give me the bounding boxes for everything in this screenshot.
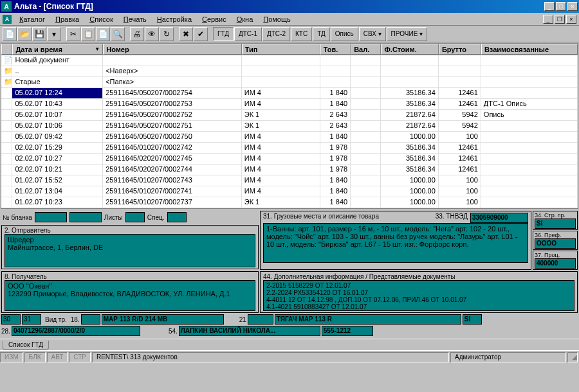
vid-label: Вид тр. [45, 316, 67, 323]
mdi-minimize-button[interactable]: _ [543, 15, 553, 24]
toolbtn-Опись[interactable]: Опись [331, 27, 358, 41]
addinfo-value[interactable]: 2-2015 5158229 ОТ 12.01.07 2.2-2024 РХ53… [263, 280, 574, 311]
field-30[interactable]: 30 [1, 314, 21, 325]
table-row[interactable]: 01.02.07 13:0425911645/010207/0002741ИМ … [1, 186, 578, 197]
pref-value[interactable]: ОООО [535, 238, 576, 249]
save-dropdown-icon[interactable]: ▾ [47, 27, 61, 41]
field-18-value[interactable]: МАР 113 R/D 214 МВ [102, 314, 224, 325]
table-row[interactable]: 02.02.07 15:2925911645/010207/0002742ИМ … [1, 143, 578, 154]
col-0[interactable] [1, 44, 12, 55]
field-28-value[interactable]: 04071296/2887/0000/2/0 [12, 326, 140, 336]
col-2[interactable]: Номер [103, 44, 241, 55]
new-icon[interactable]: 📄 [3, 27, 17, 41]
col-6[interactable]: Ф.Стоим. [381, 44, 438, 55]
spec-label: Спец. [147, 214, 165, 221]
status-ИЗМ: ИЗМ [0, 352, 23, 362]
data-grid[interactable]: Дата и время▼НомерТипТов.Вал.Ф.Стоим.Бру… [1, 43, 578, 209]
col-5[interactable]: Вал. [351, 44, 381, 55]
menu-печать[interactable]: Печать [118, 14, 152, 24]
copy-icon[interactable]: 📋 [81, 27, 95, 41]
tab-list[interactable]: Список ГТД [3, 341, 49, 350]
field-18a[interactable] [81, 314, 100, 325]
table-row[interactable]: 📁Старые<Папка> [1, 77, 578, 88]
table-row[interactable]: 01.02.07 10:2325911645/010207/0002737ЭК … [1, 197, 578, 208]
table-row[interactable]: 05.02.07 10:0725911645/050207/0002752ЭК … [1, 110, 578, 121]
field-54-phone[interactable]: 555-1212 [322, 326, 373, 336]
blank-label: № бланка [3, 214, 32, 221]
save-icon[interactable]: 💾 [32, 27, 46, 41]
mdi-restore-button[interactable]: ❐ [555, 15, 565, 24]
toolbtn-СВХ ▾[interactable]: СВХ ▾ [359, 27, 386, 41]
toolbtn-ПРОЧИЕ ▾[interactable]: ПРОЧИЕ ▾ [387, 27, 428, 41]
goods-value[interactable]: 1-Ванны: арт. 101, размер - 16 м, - 10 ш… [263, 223, 528, 263]
status-user: Администратор [450, 352, 566, 362]
toolbtn-ДТС-1[interactable]: ДТС-1 [234, 27, 262, 41]
menu-сервис[interactable]: Сервис [197, 14, 232, 24]
toolbtn-ГТД[interactable]: ГТД [213, 27, 234, 41]
toolbtn-ТД[interactable]: ТД [313, 27, 330, 41]
sheets-field[interactable] [125, 212, 145, 222]
recipient-box: 8. Получатель ООО "Океан" 123290 Приморь… [1, 271, 259, 313]
sender-label: 2. Отправитель [5, 227, 255, 234]
menu-помощь[interactable]: Помощь [258, 14, 296, 24]
preview-icon[interactable]: 👁 [145, 27, 159, 41]
table-row[interactable]: 📄Новый документ [1, 55, 578, 66]
mdi-icon[interactable]: А [3, 15, 12, 24]
status-СТР: СТР [69, 352, 91, 362]
blank-field-2[interactable] [69, 212, 102, 222]
field-21-value[interactable]: ТЯГАЧ МАР 113 R [275, 314, 461, 325]
tnved-value[interactable]: 3305909000 [470, 213, 528, 223]
sender-value[interactable]: Шредер Майнштрассе, 1, Берлин, DE [5, 234, 255, 267]
table-row[interactable]: 02.02.07 10:2125911645/020207/0002744ИМ … [1, 165, 578, 175]
menu-список[interactable]: Список [84, 14, 118, 24]
menu-окна[interactable]: Окна [232, 14, 259, 24]
recipient-value[interactable]: ООО "Океан" 123290 Приморье, Владивосток… [5, 280, 255, 311]
col-3[interactable]: Тип [242, 44, 320, 55]
table-row[interactable]: 01.02.07 15:5225911645/010207/0002743ИМ … [1, 175, 578, 186]
field-54-name[interactable]: ЛАПКИН ВАСИЛИЙ НИКОЛА... [179, 326, 320, 336]
col-8[interactable]: Взаимосвязанные [481, 44, 578, 55]
col-7[interactable]: Брутто [439, 44, 481, 55]
goods-label: 31. Грузовые места и описание товара [263, 213, 379, 223]
proc-value[interactable]: 400000 [535, 258, 576, 269]
menu-каталог[interactable]: Каталог [14, 14, 50, 24]
resize-grip[interactable]: ◢ [567, 352, 578, 362]
col-4[interactable]: Тов. [320, 44, 351, 55]
toolbtn-ДТС-2[interactable]: ДТС-2 [262, 27, 290, 41]
menu-настройка[interactable]: Настройка [152, 14, 197, 24]
field-21a[interactable] [248, 314, 273, 325]
table-row[interactable]: 02.02.07 10:2725911645/020207/0002745ИМ … [1, 154, 578, 165]
check-icon[interactable]: ✔ [194, 27, 208, 41]
up-icon: 📁 [4, 67, 12, 75]
table-row[interactable]: 05.02.07 10:0625911645/050207/0002751ЭК … [1, 121, 578, 132]
table-row[interactable]: 05.02.07 10:4325911645/050207/0002753ИМ … [1, 99, 578, 110]
country-value[interactable]: SI [535, 218, 576, 229]
field-si[interactable]: SI [463, 314, 482, 325]
col-1[interactable]: Дата и время▼ [12, 44, 103, 55]
minimize-button[interactable]: _ [544, 2, 555, 11]
pref-box: 36. Преф.ОООО [533, 231, 578, 250]
menubar: А КаталогПравкаСписокПечатьНастройкаСерв… [0, 13, 579, 26]
blank-field[interactable] [35, 212, 67, 222]
refresh-icon[interactable]: ↻ [160, 27, 174, 41]
toolbtn-КТС[interactable]: КТС [291, 27, 312, 41]
print-icon[interactable]: 🖨 [130, 27, 144, 41]
label-54: 54. [169, 328, 178, 335]
window-title: Альта - [Список ГТД] [14, 2, 544, 11]
table-row[interactable]: 05.02.07 09:4225911645/050207/0002750ИМ … [1, 132, 578, 143]
label-21: 21 [239, 316, 246, 323]
spec-field[interactable] [167, 212, 187, 222]
label-18: 18. [71, 316, 80, 323]
mdi-close-button[interactable]: × [566, 15, 576, 24]
field-31[interactable]: 31 [22, 314, 41, 325]
find-icon[interactable]: 🔍 [111, 27, 125, 41]
open-icon[interactable]: 📂 [17, 27, 32, 41]
close-button[interactable]: × [567, 2, 578, 11]
table-row[interactable]: 05.02.07 12:2425911645/050207/0002754ИМ … [1, 88, 578, 99]
table-row[interactable]: 📁..<Наверх> [1, 66, 578, 77]
delete-icon[interactable]: ✖ [179, 27, 193, 41]
maximize-button[interactable]: □ [556, 2, 566, 11]
menu-правка[interactable]: Правка [50, 14, 84, 24]
paste-icon[interactable]: 📄 [96, 27, 110, 41]
cut-icon[interactable]: ✂ [66, 27, 80, 41]
